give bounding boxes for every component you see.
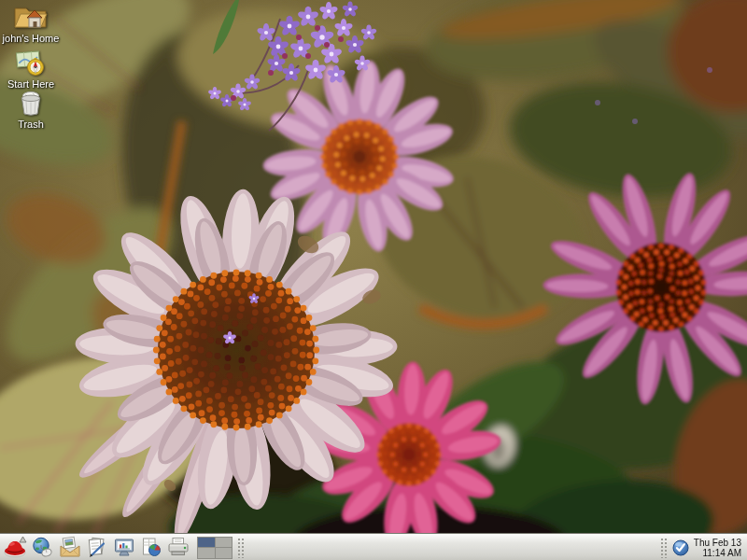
web-browser-launcher[interactable]: [30, 536, 55, 560]
desktop-icon-label: Trash: [18, 119, 44, 130]
workspace-switcher[interactable]: [197, 537, 233, 559]
globe-mouse-icon: [31, 536, 55, 560]
workspace-2[interactable]: [216, 538, 233, 548]
start-here-compass-icon: [15, 49, 47, 77]
desktop-icon-start-here[interactable]: Start Here: [2, 49, 60, 90]
workspace-3[interactable]: [198, 548, 215, 558]
email-launcher[interactable]: [57, 536, 82, 560]
desktop-icon-johns-home[interactable]: john's Home: [2, 2, 60, 44]
update-alert-icon[interactable]: [671, 539, 690, 557]
desktop-icon-trash[interactable]: Trash: [2, 90, 60, 130]
print-manager-launcher[interactable]: [165, 536, 190, 560]
clock-date: Thu Feb 13: [694, 538, 741, 548]
workspace-1[interactable]: [198, 538, 215, 548]
panel-handle-left[interactable]: [237, 538, 244, 558]
presentation-launcher[interactable]: [111, 536, 136, 560]
clock-time: 11:14 AM: [694, 548, 741, 558]
clock-applet[interactable]: Thu Feb 13 11:14 AM: [694, 538, 741, 558]
taskbar-panel: Thu Feb 13 11:14 AM: [0, 534, 747, 560]
panel-handle-right[interactable]: [660, 538, 667, 558]
sheet-pie-chart-icon: [139, 536, 163, 560]
documents-pen-icon: [85, 536, 109, 560]
menu-arrow-icon: [19, 536, 27, 543]
desktop-icon-label: Start Here: [7, 78, 54, 90]
printer-icon: [166, 536, 190, 560]
blue-check-circle-icon: [672, 539, 689, 556]
main-menu-button[interactable]: [3, 536, 28, 560]
desktop-root: john's Home Start Here: [0, 0, 747, 560]
desktop-icon-label: john's Home: [3, 33, 60, 44]
trash-can-icon: [17, 90, 45, 118]
home-folder-icon: [12, 2, 49, 32]
wallpaper-coneflowers: [0, 0, 747, 560]
screen-chart-icon: [112, 536, 136, 560]
spreadsheet-launcher[interactable]: [138, 536, 163, 560]
word-processor-launcher[interactable]: [84, 536, 109, 560]
workspace-4[interactable]: [216, 548, 233, 558]
envelope-photo-icon: [58, 536, 82, 560]
